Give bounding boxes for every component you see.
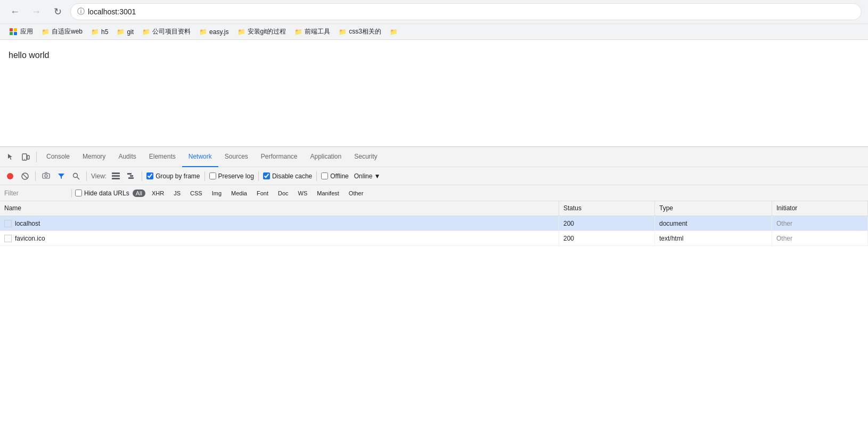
bookmark-more[interactable]: 📁	[387, 27, 401, 37]
bookmark-label: css3相关的	[349, 27, 381, 36]
group-by-frame-checkbox[interactable]	[146, 172, 153, 179]
folder-icon: 📁	[390, 28, 398, 36]
folder-icon: 📁	[294, 28, 302, 36]
preserve-log-label[interactable]: Preserve log	[209, 172, 254, 180]
tab-network[interactable]: Network	[182, 147, 218, 167]
filter-chip-xhr[interactable]: XHR	[149, 190, 167, 197]
capture-screenshots-button[interactable]	[40, 171, 52, 181]
svg-rect-12	[112, 178, 120, 179]
svg-rect-15	[128, 177, 134, 179]
folder-icon: 📁	[117, 28, 125, 36]
disable-cache-checkbox[interactable]	[263, 172, 270, 179]
filter-chip-css[interactable]: CSS	[187, 190, 206, 197]
bookmark-7[interactable]: 📁 前端工具	[291, 26, 333, 37]
nt-divider-5	[258, 171, 259, 181]
apps-grid-icon	[10, 28, 17, 36]
disable-cache-label[interactable]: Disable cache	[263, 172, 312, 180]
svg-rect-1	[27, 155, 29, 159]
svg-point-7	[45, 175, 47, 177]
row-1-type: text/html	[655, 231, 772, 245]
tab-sources[interactable]: Sources	[218, 147, 255, 167]
bookmark-2[interactable]: 📁 h5	[88, 27, 111, 37]
device-toolbar-button[interactable]	[18, 151, 33, 163]
folder-icon: 📁	[199, 28, 207, 36]
forward-button[interactable]: →	[28, 3, 45, 20]
filter-chip-manifest[interactable]: Manifest	[314, 190, 342, 197]
devtools-panel: Console Memory Audits Elements Network S…	[0, 146, 868, 246]
table-row[interactable]: localhost 200 document Other	[0, 216, 868, 231]
filter-chip-font[interactable]: Font	[253, 190, 272, 197]
online-dropdown[interactable]: Online ▼	[352, 171, 383, 181]
address-bar[interactable]: ⓘ localhost:3001	[70, 3, 862, 20]
bookmark-1[interactable]: 📁 自适应web	[38, 26, 86, 37]
bookmark-label: 安装git的过程	[248, 27, 286, 36]
filter-chip-ws[interactable]: WS	[295, 190, 311, 197]
filter-chip-media[interactable]: Media	[228, 190, 250, 197]
svg-rect-10	[112, 172, 120, 174]
bookmark-3[interactable]: 📁 git	[113, 27, 137, 37]
row-1-icon	[4, 235, 12, 242]
bookmark-6[interactable]: 📁 安装git的过程	[234, 26, 290, 37]
bookmark-apps[interactable]: 应用	[6, 26, 36, 37]
svg-point-8	[73, 173, 78, 177]
clear-button[interactable]	[19, 171, 31, 181]
tab-performance[interactable]: Performance	[255, 147, 304, 167]
filter-bar: Hide data URLs All XHR JS CSS Img Media …	[0, 185, 868, 201]
url-display: localhost:3001	[88, 7, 855, 16]
back-button[interactable]: ←	[6, 3, 23, 20]
filter-button[interactable]	[55, 171, 67, 181]
svg-line-9	[77, 177, 80, 179]
nt-divider-2	[86, 171, 87, 181]
tab-application[interactable]: Application	[304, 147, 348, 167]
filter-chip-all[interactable]: All	[133, 190, 145, 197]
bookmark-8[interactable]: 📁 css3相关的	[335, 26, 384, 37]
filter-chip-doc[interactable]: Doc	[275, 190, 292, 197]
bookmark-4[interactable]: 📁 公司项目资料	[139, 26, 194, 37]
bookmark-5[interactable]: 📁 easy.js	[196, 27, 232, 37]
tab-memory[interactable]: Memory	[76, 147, 112, 167]
row-1-name: favicon.ico	[0, 231, 559, 245]
offline-checkbox[interactable]	[321, 172, 328, 179]
tab-audits[interactable]: Audits	[112, 147, 142, 167]
bookmark-apps-label: 应用	[20, 27, 33, 36]
nt-divider-4	[204, 171, 205, 181]
bookmark-label: 自适应web	[52, 27, 83, 36]
column-header-name: Name	[0, 201, 559, 216]
browser-chrome: ← → ↻ ⓘ localhost:3001 应用 📁 自适应web 📁 h5	[0, 0, 868, 40]
toolbar-divider	[36, 152, 37, 162]
group-by-frame-label[interactable]: Group by frame	[146, 172, 200, 180]
folder-icon: 📁	[142, 28, 150, 36]
row-0-icon	[4, 220, 12, 227]
reload-button[interactable]: ↻	[49, 3, 66, 20]
nt-divider-3	[142, 171, 142, 181]
offline-label[interactable]: Offline	[321, 172, 348, 180]
filter-chip-js[interactable]: JS	[170, 190, 184, 197]
tab-elements[interactable]: Elements	[143, 147, 182, 167]
folder-icon: 📁	[42, 28, 50, 36]
filter-input[interactable]	[4, 190, 68, 197]
tab-console[interactable]: Console	[40, 147, 76, 167]
filter-chip-img[interactable]: Img	[209, 190, 225, 197]
hide-data-urls-label[interactable]: Hide data URLs	[75, 190, 129, 197]
nav-bar: ← → ↻ ⓘ localhost:3001	[0, 0, 868, 23]
search-button[interactable]	[70, 171, 82, 181]
bookmark-label: 前端工具	[305, 27, 330, 36]
filter-chip-other[interactable]: Other	[346, 190, 367, 197]
row-0-status: 200	[559, 216, 655, 231]
filter-divider	[71, 189, 72, 197]
view-list-button[interactable]	[110, 171, 122, 180]
nt-divider-6	[316, 171, 317, 181]
svg-point-2	[24, 159, 25, 160]
view-waterfall-button[interactable]	[125, 171, 137, 180]
page-hello-text: hello world	[9, 51, 859, 60]
cursor-tool-button[interactable]	[3, 151, 18, 163]
svg-point-3	[7, 173, 13, 179]
folder-icon: 📁	[91, 28, 99, 36]
folder-icon: 📁	[238, 28, 245, 36]
table-row[interactable]: favicon.ico 200 text/html Other	[0, 231, 868, 246]
hide-data-urls-checkbox[interactable]	[75, 190, 82, 196]
tab-security[interactable]: Security	[348, 147, 383, 167]
preserve-log-checkbox[interactable]	[209, 172, 216, 179]
row-0-name: localhost	[0, 216, 559, 231]
record-button[interactable]	[4, 171, 16, 181]
